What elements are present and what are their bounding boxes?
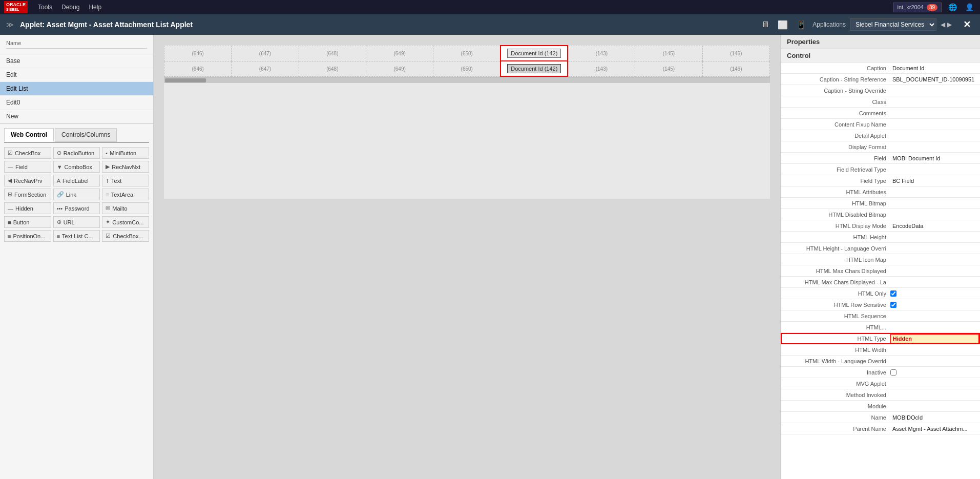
- prop-parent-name-value[interactable]: Asset Mgmt - Asset Attachm...: [890, 425, 980, 433]
- prop-html-height-value[interactable]: [890, 236, 980, 238]
- applications-select[interactable]: Siebel Financial Services: [850, 18, 936, 31]
- prop-inactive-checkbox[interactable]: [890, 369, 896, 376]
- ctrl-formsection[interactable]: ⊞ FormSection: [4, 189, 51, 200]
- ctrl-textarea[interactable]: ≡ TextArea: [102, 189, 149, 200]
- prop-html-dots-value[interactable]: [890, 326, 980, 328]
- col-647-1: (647): [232, 46, 299, 61]
- prop-field-value[interactable]: MOBI Document Id: [890, 154, 980, 162]
- nav-item-base[interactable]: Base: [0, 54, 153, 68]
- prop-field-retrieval-type-value[interactable]: [890, 169, 980, 171]
- prop-method-invoked-name: Method Invoked: [781, 391, 890, 399]
- ctrl-button[interactable]: ■ Button: [4, 216, 51, 228]
- nav-item-new[interactable]: New: [0, 110, 153, 123]
- user-badge: int_kr2004 39: [893, 3, 943, 12]
- menu-debug[interactable]: Debug: [57, 3, 84, 12]
- prop-html-max-chars-name: HTML Max Chars Displayed: [781, 267, 890, 275]
- prop-html-width-value[interactable]: [890, 349, 980, 351]
- ctrl-field[interactable]: — Field: [4, 161, 51, 173]
- hidden-ctrl-icon: —: [8, 205, 13, 212]
- doc-id-top[interactable]: Document Id (142): [507, 49, 561, 58]
- ctrl-recnavnxt-label: RecNavNxt: [112, 164, 140, 170]
- prop-html-attributes-value[interactable]: [890, 191, 980, 193]
- prop-html-sequence-value[interactable]: [890, 315, 980, 317]
- prop-detail-applet-value[interactable]: [890, 135, 980, 137]
- ctrl-password[interactable]: ••• Password: [53, 202, 100, 214]
- prop-html-type-value[interactable]: Hidden: [890, 334, 979, 343]
- selected-cell-top[interactable]: Document Id (142): [501, 46, 568, 61]
- recnavnxt-ctrl-icon: ▶: [106, 163, 110, 170]
- menu-help[interactable]: Help: [85, 3, 106, 12]
- prop-html-width-name: HTML Width: [781, 346, 890, 354]
- ctrl-text[interactable]: T Text: [102, 175, 149, 186]
- prop-comments-value[interactable]: [890, 112, 980, 114]
- prop-module-value[interactable]: [890, 405, 980, 407]
- prop-content-fixup-value[interactable]: [890, 123, 980, 126]
- prop-field-type-value[interactable]: BC Field: [890, 177, 980, 185]
- minibutton-ctrl-icon: ▪: [106, 150, 108, 156]
- ctrl-minibutton[interactable]: ▪ MiniButton: [102, 147, 149, 159]
- tab-web-control[interactable]: Web Control: [4, 128, 54, 142]
- close-button[interactable]: ✕: [960, 19, 974, 30]
- ctrl-radiobutton[interactable]: ⊙ RadioButton: [53, 147, 100, 159]
- expand-icon[interactable]: ≫: [6, 20, 14, 29]
- ctrl-url[interactable]: ⊕ URL: [53, 216, 100, 228]
- tablet-view-icon[interactable]: ⬜: [778, 20, 788, 30]
- ctrl-recnavnxt[interactable]: ▶ RecNavNxt: [102, 161, 149, 173]
- prop-name-value[interactable]: MOBIDOcId: [890, 413, 980, 422]
- prop-html-icon-map-name: HTML Icon Map: [781, 256, 890, 264]
- ctrl-customco[interactable]: ✦ CustomCo...: [102, 216, 149, 228]
- prop-caption-value[interactable]: Document Id: [890, 64, 980, 72]
- prop-html-display-mode-value[interactable]: EncodeData: [890, 222, 980, 230]
- prop-html-row-sensitive-checkbox[interactable]: [890, 302, 896, 308]
- ctrl-checkboxdot[interactable]: ☑ CheckBox...: [102, 230, 149, 242]
- ctrl-recnavprv[interactable]: ◀ RecNavPrv: [4, 175, 51, 186]
- ctrl-link[interactable]: 🔗 Link: [53, 189, 100, 200]
- prop-field-type: Field Type BC Field: [781, 175, 980, 186]
- prop-html-display-mode-name: HTML Display Mode: [781, 222, 890, 230]
- prop-html-width-lang-name: HTML Width - Language Overrid: [781, 357, 890, 365]
- nav-item-edit0[interactable]: Edit0: [0, 96, 153, 110]
- prop-mvg-applet-name: MVG Applet: [781, 380, 890, 388]
- desktop-view-icon[interactable]: 🖥: [761, 20, 769, 29]
- col-145-1: (145): [635, 46, 702, 61]
- prop-display-format-value[interactable]: [890, 146, 980, 148]
- prop-caption-string-override-value[interactable]: [890, 90, 980, 92]
- nav-item-edit-list[interactable]: Edit List: [0, 82, 153, 96]
- prop-html-max-chars-la-value[interactable]: [890, 281, 980, 283]
- prop-html-disabled-bitmap-value[interactable]: [890, 214, 980, 216]
- doc-id-bottom[interactable]: Document Id (142): [507, 64, 561, 73]
- nav-arrow-right[interactable]: ▶: [947, 21, 952, 28]
- prop-html-width-lang-value[interactable]: [890, 360, 980, 362]
- ctrl-mailto[interactable]: ✉ Mailto: [102, 202, 149, 214]
- col-143-2: (143): [568, 61, 635, 76]
- globe-icon[interactable]: 🌐: [946, 2, 959, 12]
- user-icon[interactable]: 👤: [963, 2, 976, 12]
- selected-cell-bottom[interactable]: Document Id (142): [501, 61, 568, 76]
- ctrl-checkbox[interactable]: ☑ CheckBox: [4, 147, 51, 159]
- ctrl-combobox[interactable]: ▼ ComboBox: [53, 161, 100, 173]
- ctrl-hidden[interactable]: — Hidden: [4, 202, 51, 214]
- tab-controls-columns[interactable]: Controls/Columns: [55, 128, 117, 142]
- ctrl-textlistc[interactable]: ≡ Text List C...: [53, 230, 100, 242]
- prop-html-only-checkbox[interactable]: [890, 290, 896, 297]
- prop-method-invoked-value[interactable]: [890, 394, 980, 396]
- scrollbar-thumb[interactable]: [165, 78, 206, 82]
- prop-html-height-lang-value[interactable]: [890, 247, 980, 249]
- prop-class-value[interactable]: [890, 101, 980, 103]
- nav-item-edit[interactable]: Edit: [0, 68, 153, 82]
- prop-caption-string-ref-value[interactable]: SBL_DOCUMENT_ID-10090951: [890, 75, 980, 84]
- prop-mvg-applet-value[interactable]: [890, 383, 980, 385]
- ctrl-password-label: Password: [65, 205, 89, 212]
- fieldlabel-ctrl-icon: A: [57, 178, 60, 184]
- prop-html-disabled-bitmap: HTML Disabled Bitmap: [781, 209, 980, 220]
- prop-html-bitmap-value[interactable]: [890, 202, 980, 204]
- ctrl-positionon[interactable]: ≡ PositionOn...: [4, 230, 51, 242]
- prop-html-icon-map-value[interactable]: [890, 259, 980, 261]
- ctrl-fieldlabel[interactable]: A FieldLabel: [53, 175, 100, 186]
- nav-arrow-left[interactable]: ◀: [941, 21, 945, 28]
- menu-tools[interactable]: Tools: [34, 3, 56, 12]
- prop-html-max-chars-value[interactable]: [890, 270, 980, 272]
- prop-content-fixup-name: Content Fixup Name: [781, 120, 890, 129]
- mobile-view-icon[interactable]: 📱: [796, 20, 806, 30]
- horizontal-scrollbar[interactable]: [164, 77, 770, 83]
